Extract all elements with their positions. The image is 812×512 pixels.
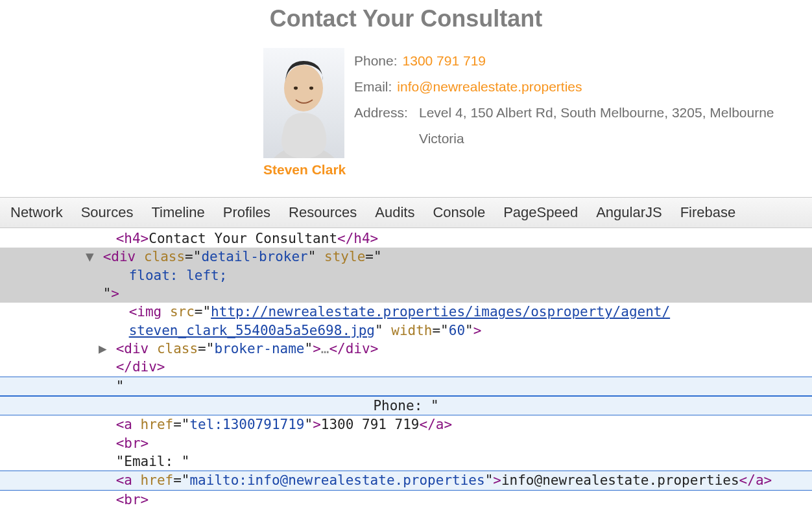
devtools-tab-network[interactable]: Network (1, 199, 72, 226)
dom-line[interactable]: <a href="tel:1300791719">1300 791 719</a… (0, 415, 812, 434)
address-line-2: Victoria (419, 126, 464, 152)
address-label: Address: (354, 100, 414, 126)
dom-line[interactable]: <h4>Contact Your Consultant</h4> (0, 229, 812, 248)
dom-line[interactable]: "Email: " (0, 452, 812, 471)
contact-info: Phone: 1300 791 719 Email: info@newreale… (354, 48, 774, 152)
dom-line[interactable]: <br> (0, 491, 812, 509)
devtools-tab-sources[interactable]: Sources (72, 199, 143, 226)
devtools-panel: NetworkSourcesTimelineProfilesResourcesA… (0, 197, 812, 512)
dom-line[interactable]: <a href="mailto:info@newrealestate.prope… (0, 471, 812, 490)
address-line-1: Level 4, 150 Albert Rd, South Melbourne,… (419, 100, 774, 126)
phone-label: Phone: (354, 48, 398, 74)
page-title: Contact Your Consultant (0, 5, 812, 32)
broker-name: Steven Clark (263, 162, 346, 178)
broker-photo-column: Steven Clark (263, 48, 346, 178)
svg-point-3 (309, 87, 313, 90)
svg-point-1 (284, 65, 323, 111)
devtools-tab-resources[interactable]: Resources (280, 199, 366, 226)
devtools-tab-audits[interactable]: Audits (366, 199, 424, 226)
devtools-tab-console[interactable]: Console (424, 199, 494, 226)
address-row-2: Victoria (354, 126, 774, 152)
address-spacer (354, 126, 414, 152)
svg-point-2 (294, 87, 298, 90)
rendered-page: Contact Your Consultant (0, 5, 812, 197)
email-row: Email: info@newrealestate.properties (354, 74, 774, 100)
devtools-tab-angularjs[interactable]: AngularJS (587, 199, 671, 226)
dom-line[interactable]: Phone: " (0, 396, 812, 415)
devtools-tab-firebase[interactable]: Firebase (671, 199, 745, 226)
phone-link[interactable]: 1300 791 719 (403, 48, 486, 74)
dom-line[interactable]: "Address: Level 4, 150 Albert Rd, South … (0, 509, 812, 512)
dom-line[interactable]: ▼ <div class="detail-broker" style=" (0, 248, 812, 266)
broker-avatar (263, 48, 344, 158)
contact-block: Steven Clark Phone: 1300 791 719 Email: … (263, 48, 812, 178)
dom-line[interactable]: "> (0, 285, 812, 303)
dom-line[interactable]: <br> (0, 434, 812, 452)
dom-line[interactable]: steven_clark_55400a5a5e698.jpg" width="6… (0, 321, 812, 340)
dom-line[interactable]: <img src="http://newrealestate.propertie… (0, 303, 812, 321)
devtools-tab-timeline[interactable]: Timeline (142, 199, 213, 226)
devtools-tabbar: NetworkSourcesTimelineProfilesResourcesA… (0, 198, 812, 228)
email-link[interactable]: info@newrealestate.properties (397, 74, 582, 100)
phone-row: Phone: 1300 791 719 (354, 48, 774, 74)
devtools-dom-tree[interactable]: <h4>Contact Your Consultant</h4>▼ <div c… (0, 228, 812, 512)
dom-line[interactable]: " (0, 377, 812, 396)
devtools-tab-profiles[interactable]: Profiles (214, 199, 280, 226)
dom-line[interactable]: float: left; (0, 266, 812, 285)
dom-line[interactable]: </div> (0, 358, 812, 376)
email-label: Email: (354, 74, 392, 100)
address-row-1: Address: Level 4, 150 Albert Rd, South M… (354, 100, 774, 126)
devtools-tab-pagespeed[interactable]: PageSpeed (494, 199, 587, 226)
dom-line[interactable]: ▶ <div class="broker-name">…</div> (0, 340, 812, 358)
